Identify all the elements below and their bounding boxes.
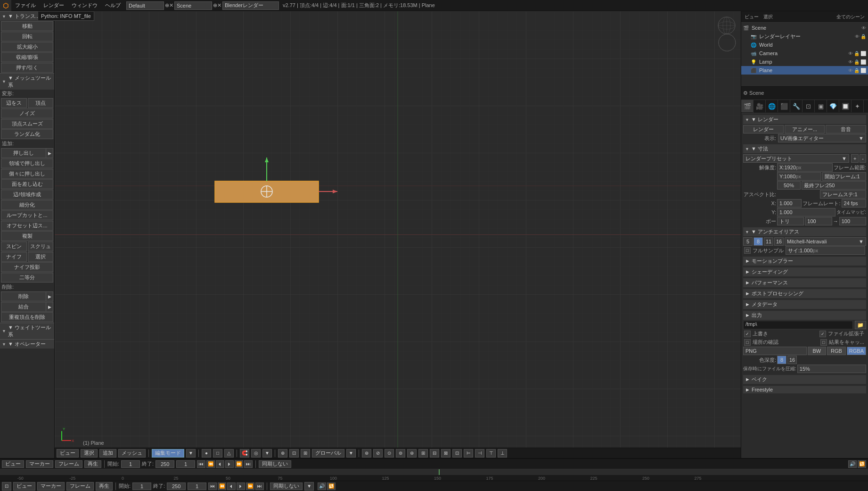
- ax-value[interactable]: 1.000: [777, 199, 802, 208]
- face-mode-btn[interactable]: △: [224, 449, 234, 458]
- render-icon-cam[interactable]: ⬜: [860, 51, 866, 56]
- outliner-renderlayer[interactable]: 📷 レンダーレイヤー 👁 🔒: [741, 32, 868, 41]
- move-btn[interactable]: 移動: [1, 21, 53, 31]
- join-btn[interactable]: 結合: [1, 302, 46, 312]
- shrink-btn[interactable]: 収縮/膨張: [1, 52, 53, 62]
- icon-btn-7[interactable]: ⊟: [430, 449, 439, 458]
- knife-project-btn[interactable]: ナイフ投影: [1, 262, 53, 272]
- edge-mode-btn[interactable]: □: [213, 449, 222, 458]
- output-folder-btn[interactable]: 📁: [855, 321, 866, 329]
- render-btn[interactable]: レンダー: [743, 125, 784, 133]
- aa-method[interactable]: Mitchell-Netravali ▼: [785, 237, 866, 246]
- timeline-frame-btn[interactable]: フレーム: [55, 460, 82, 468]
- end-frame-input[interactable]: [156, 460, 174, 468]
- bake-header[interactable]: ► ベイク: [743, 375, 866, 384]
- pivot-btn[interactable]: ⊕: [278, 449, 287, 458]
- outliner-scene[interactable]: 🎬 Scene 👁: [741, 24, 868, 32]
- rgb-btn[interactable]: RGB: [827, 347, 846, 355]
- output-path-input[interactable]: /tmp\: [743, 321, 853, 329]
- render-icon-lamp[interactable]: ⬜: [860, 59, 866, 65]
- bottom-view-btn[interactable]: ビュー: [13, 482, 35, 491]
- render-tab[interactable]: 🎬: [741, 100, 753, 112]
- menu-window[interactable]: ウィンドウ: [68, 0, 101, 11]
- res-x-value[interactable]: X: 1920 px: [777, 163, 833, 172]
- preset-remove-btn[interactable]: -: [860, 154, 866, 163]
- knife-btn[interactable]: ナイフ: [1, 252, 27, 262]
- select-btn[interactable]: 選択: [28, 252, 54, 262]
- extrude-btn[interactable]: 押し出し: [1, 148, 46, 158]
- antialias-header[interactable]: ▼ ▼ アンチエイリアス: [743, 227, 866, 236]
- depth-16[interactable]: 16: [787, 356, 797, 364]
- placeholders-toggle[interactable]: □: [744, 339, 751, 346]
- res-y-value[interactable]: Y: 1080 px: [777, 172, 821, 181]
- eye-icon[interactable]: 👁: [861, 25, 866, 31]
- compress-value[interactable]: 15%: [797, 365, 866, 373]
- outliner-select-btn[interactable]: 選択: [762, 13, 774, 21]
- scene-select[interactable]: Scene: [174, 1, 212, 10]
- outliner-view-btn[interactable]: ビュー: [743, 13, 760, 21]
- bs-audio[interactable]: 🔊: [318, 483, 326, 490]
- layer-btn[interactable]: ⊞: [301, 449, 310, 458]
- next-keyframe-btn[interactable]: ⏩: [235, 460, 243, 468]
- icon-btn-1[interactable]: ⊛: [362, 449, 371, 458]
- frame-step-value[interactable]: フレームステ: 1: [820, 190, 867, 199]
- bisect-btn[interactable]: 二等分: [1, 273, 53, 283]
- bs-prev[interactable]: ⏪: [218, 483, 226, 490]
- screw-btn[interactable]: スクリュ: [28, 241, 54, 251]
- audio-btn[interactable]: 音音: [826, 125, 866, 133]
- snap-btn[interactable]: 🧲: [240, 449, 249, 458]
- outliner-lamp[interactable]: 💡 Lamp 👁 🔒 ⬜: [741, 58, 868, 66]
- aa-val-16[interactable]: 16: [774, 237, 784, 246]
- world-tab[interactable]: 🌐: [766, 100, 778, 112]
- mode-arrow[interactable]: ▼: [186, 449, 196, 458]
- bottom-end-input[interactable]: [167, 483, 186, 490]
- sync-dropdown[interactable]: 同期しない: [270, 483, 303, 490]
- bs-jump-end[interactable]: ⏭: [255, 483, 264, 490]
- prev-frame-btn[interactable]: ⏪: [206, 460, 215, 468]
- ext-toggle[interactable]: ✓: [819, 331, 826, 337]
- bottom-frame-btn[interactable]: フレーム: [66, 482, 94, 491]
- jump-end-btn[interactable]: ⏭: [244, 460, 253, 468]
- lock-icon-lamp[interactable]: 🔒: [854, 59, 860, 65]
- sync-btn[interactable]: 同期しない: [259, 460, 291, 468]
- bottom-current-input[interactable]: [188, 483, 206, 490]
- icon-btn-8[interactable]: ⊠: [441, 449, 450, 458]
- prev-keyframe-btn[interactable]: ⏴: [216, 460, 224, 468]
- eye-icon-cam[interactable]: 👁: [848, 51, 853, 56]
- cache-toggle[interactable]: ✓: [744, 331, 751, 337]
- fps-value[interactable]: 24 fps: [842, 199, 866, 208]
- proportional-opts[interactable]: ▼: [262, 449, 272, 458]
- icon-btn-10[interactable]: ⊢: [464, 449, 473, 458]
- performance-header[interactable]: ► パフォーマンス: [743, 278, 866, 287]
- outliner-plane[interactable]: ⬛ Plane 👁 🔒 ⬜: [741, 66, 868, 75]
- weight-tools-header[interactable]: ▼ ▼ ウェイトツール系: [0, 323, 54, 339]
- push-pull-btn[interactable]: 押す/引く: [1, 63, 53, 73]
- results-toggle[interactable]: □: [820, 339, 827, 346]
- eye-icon-plane[interactable]: 👁: [848, 68, 853, 73]
- timeline-marker-btn[interactable]: マーカー: [26, 460, 53, 468]
- bs-next-key[interactable]: ⏩: [246, 483, 254, 490]
- start-frame-value[interactable]: 開始フレーム: 1: [822, 172, 867, 181]
- icon-btn-6[interactable]: ⊞: [418, 449, 428, 458]
- edge-slide-btn[interactable]: 辺をス: [1, 98, 27, 108]
- bs-jump-start[interactable]: ⏮: [208, 483, 217, 490]
- timeline-track[interactable]: -50 -25 0 25 50 75 100 125 150 175 200 2…: [0, 469, 868, 482]
- dimensions-header[interactable]: ▼ ▼ 寸法: [743, 144, 866, 153]
- preset-add-btn[interactable]: +: [851, 154, 859, 163]
- preset-btn[interactable]: レンダープリセット ▼: [743, 154, 849, 163]
- inset-btn[interactable]: 面を差し込む: [1, 179, 53, 189]
- bottom-start-input[interactable]: [132, 483, 151, 490]
- view-menu-btn[interactable]: ビュー: [57, 449, 79, 458]
- aa-val-8[interactable]: 8: [753, 237, 763, 246]
- data-tab[interactable]: ▣: [815, 100, 827, 112]
- icon-btn-4[interactable]: ⊚: [396, 449, 405, 458]
- menu-help[interactable]: ヘルプ: [101, 0, 124, 11]
- current-frame-input[interactable]: [176, 460, 195, 468]
- duplicate-btn[interactable]: 複製: [1, 231, 53, 241]
- proportional-btn[interactable]: ◎: [251, 449, 261, 458]
- make-edge-btn[interactable]: 辺/領域作成: [1, 190, 53, 200]
- lock-icon-plane[interactable]: 🔒: [854, 68, 860, 73]
- aa-val-5[interactable]: 5: [743, 237, 753, 246]
- output-header[interactable]: ► 出力: [743, 311, 866, 320]
- spin-btn[interactable]: スピン: [1, 241, 27, 251]
